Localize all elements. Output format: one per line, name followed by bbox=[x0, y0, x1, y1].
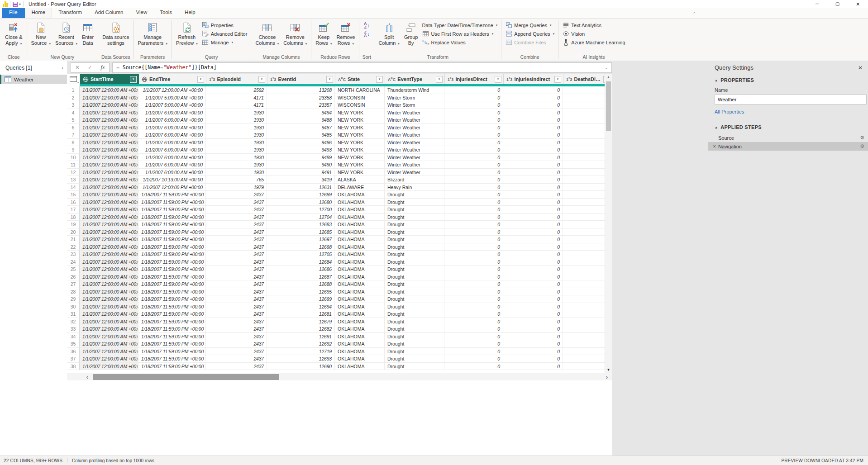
cell-injuriesdirect: 0 bbox=[444, 236, 503, 243]
remove-columns-button[interactable]: RemoveColumns ▾ bbox=[281, 19, 309, 48]
data-source-settings-button[interactable]: Data sourcesettings bbox=[100, 19, 131, 47]
sort-descending-button[interactable]: ZA↓ bbox=[361, 29, 372, 38]
scroll-up-icon[interactable]: ▲ bbox=[605, 75, 612, 79]
scroll-right-icon[interactable]: › bbox=[602, 374, 612, 380]
cell-episodeid: 1930 bbox=[206, 146, 267, 154]
menu-tab-home[interactable]: Home bbox=[25, 8, 52, 18]
close-button[interactable]: ✕ bbox=[848, 0, 868, 8]
filter-dropdown-injuriesdirect[interactable]: ▼ bbox=[495, 76, 501, 83]
close-query-settings-icon[interactable]: ✕ bbox=[858, 65, 863, 71]
manage-button[interactable]: Manage▾ bbox=[200, 38, 249, 47]
select-all-columns-button[interactable] bbox=[67, 74, 80, 84]
delete-step-icon[interactable]: ✕ bbox=[713, 144, 718, 149]
cell-injuriesindirect: 0 bbox=[503, 288, 563, 296]
cell-injuriesdirect: 0 bbox=[444, 228, 503, 236]
advanced-editor-button[interactable]: Advanced Editor bbox=[200, 29, 249, 38]
scroll-down-icon[interactable]: ▼ bbox=[605, 368, 612, 372]
applied-steps-section-label: APPLIED STEPS bbox=[720, 124, 762, 130]
manage-parameters-button[interactable]: ManageParameters ▾ bbox=[136, 19, 170, 48]
filter-dropdown-state[interactable]: ▼ bbox=[376, 76, 383, 83]
group-by-button[interactable]: GroupBy bbox=[402, 19, 420, 47]
merge-queries-button[interactable]: Merge Queries▾ bbox=[503, 21, 556, 29]
horizontal-scrollbar-thumb[interactable] bbox=[93, 374, 279, 380]
enter-data-button[interactable]: EnterData bbox=[80, 19, 96, 47]
sort-ascending-button[interactable]: AZ↓ bbox=[361, 21, 372, 29]
cell-injuriesindirect: 0 bbox=[503, 101, 563, 109]
column-header-episodeid[interactable]: 123EpisodeId▼ bbox=[206, 74, 267, 84]
recent-sources-button[interactable]: RecentSources ▾ bbox=[53, 19, 80, 48]
expand-formula-bar-icon[interactable]: ⌄ bbox=[601, 65, 611, 70]
quick-access-dropdown-icon[interactable]: ▾ bbox=[19, 2, 21, 6]
menu-tab-help[interactable]: Help bbox=[178, 8, 202, 18]
cell-eventid: 12686 bbox=[267, 266, 335, 273]
data-type-button[interactable]: Data Type: Date/Time/Timezone▾ bbox=[420, 21, 499, 29]
column-header-injuriesdirect[interactable]: 123InjuriesDirect▼ bbox=[445, 74, 504, 84]
cell-injuriesdirect: 0 bbox=[444, 288, 503, 296]
menu-tab-transform[interactable]: Transform bbox=[52, 8, 88, 18]
applied-step-source[interactable]: ✕Source⚙ bbox=[708, 133, 868, 142]
commit-formula-button[interactable]: ✓ bbox=[84, 64, 96, 71]
text-analytics-button[interactable]: Text Analytics bbox=[560, 21, 627, 29]
step-settings-gear-icon[interactable]: ⚙ bbox=[860, 135, 864, 141]
choose-columns-button[interactable]: ChooseColumns ▾ bbox=[253, 19, 281, 48]
column-header-injuriesindirect[interactable]: 123InjuriesIndirect▼ bbox=[504, 74, 563, 84]
cell-state: OKLAHOMA bbox=[335, 348, 385, 356]
vertical-scrollbar[interactable]: ▲ ▼ bbox=[605, 74, 612, 373]
menu-tab-tools[interactable]: Tools bbox=[153, 8, 178, 18]
column-profiling-status[interactable]: Column profiling based on top 1000 rows bbox=[72, 458, 154, 463]
close-and-apply-button[interactable]: Close &Apply ▾ bbox=[3, 19, 25, 48]
collapse-queries-pane-icon[interactable]: ‹ bbox=[62, 65, 63, 71]
query-item-weather[interactable]: Weather bbox=[0, 75, 67, 84]
collapse-properties-icon[interactable]: ▲ bbox=[715, 79, 718, 82]
append-queries-button[interactable]: Append Queries▾ bbox=[503, 29, 556, 38]
column-header-eventid[interactable]: 123EventId▼ bbox=[267, 74, 335, 84]
cell-endtime: 1/18/2007 11:59:00 PM +00:00 bbox=[138, 251, 206, 258]
horizontal-scrollbar[interactable]: ‹ › bbox=[67, 373, 612, 381]
column-header-eventtype[interactable]: ABCEventType▼ bbox=[385, 74, 445, 84]
step-settings-gear-icon[interactable]: ⚙ bbox=[860, 143, 864, 149]
filter-dropdown-endtime[interactable]: ▼ bbox=[197, 76, 204, 83]
cancel-formula-button[interactable]: ✕ bbox=[71, 64, 84, 71]
filter-dropdown-episodeid[interactable]: ▼ bbox=[258, 76, 265, 83]
column-header-state[interactable]: ABCState▼ bbox=[335, 74, 385, 84]
table-row: 251/1/2007 12:00:00 AM +00:001/18/2007 1… bbox=[67, 266, 612, 273]
maximize-button[interactable]: ▢ bbox=[827, 0, 848, 8]
column-header-endtime[interactable]: EndTime▼ bbox=[139, 74, 206, 84]
cell-endtime: 1/18/2007 11:59:00 PM +00:00 bbox=[138, 295, 206, 303]
filter-dropdown-injuriesindirect[interactable]: ▼ bbox=[554, 76, 561, 83]
fx-add-step-button[interactable]: fx bbox=[96, 63, 109, 71]
query-name-input[interactable] bbox=[715, 95, 867, 104]
new-source-button[interactable]: NewSource ▾ bbox=[29, 19, 53, 48]
all-properties-link[interactable]: All Properties bbox=[708, 104, 868, 114]
minimize-button[interactable]: ─ bbox=[807, 0, 827, 8]
menu-tab-add-column[interactable]: Add Column bbox=[88, 8, 129, 18]
save-icon[interactable] bbox=[13, 2, 18, 7]
cell-eventtype: Winter Storm bbox=[385, 94, 444, 102]
combine-files-button[interactable]: Combine Files bbox=[503, 38, 556, 47]
applied-step-navigation[interactable]: ✕Navigation⚙ bbox=[708, 142, 868, 151]
formula-input[interactable]: = Source{[Name="Weather"]}[Data] ⌄ bbox=[112, 62, 612, 73]
vertical-scrollbar-thumb[interactable] bbox=[606, 81, 611, 131]
vision-button[interactable]: Vision bbox=[560, 29, 627, 38]
cell-state: OKLAHOMA bbox=[335, 228, 385, 236]
remove-rows-button[interactable]: RemoveRows ▾ bbox=[334, 19, 357, 48]
collapse-applied-steps-icon[interactable]: ▲ bbox=[715, 126, 718, 129]
scroll-left-icon[interactable]: ‹ bbox=[82, 374, 92, 380]
filter-dropdown-eventid[interactable]: ▼ bbox=[326, 76, 333, 83]
table-row: 261/1/2007 12:00:00 AM +00:001/18/2007 1… bbox=[67, 273, 612, 281]
split-column-button[interactable]: SplitColumn ▾ bbox=[376, 19, 401, 48]
properties-button[interactable]: Properties bbox=[200, 21, 249, 29]
column-header-starttime[interactable]: StartTime▼ bbox=[80, 74, 139, 84]
replace-values-button[interactable]: 1↳2Replace Values bbox=[420, 38, 499, 47]
azure-machine-learning-button[interactable]: Azure Machine Learning bbox=[560, 38, 627, 47]
menu-tab-view[interactable]: View bbox=[130, 8, 154, 18]
refresh-preview-button[interactable]: RefreshPreview ▾ bbox=[174, 19, 200, 48]
menu-tab-file[interactable]: File bbox=[2, 8, 25, 18]
cell-endtime: 1/18/2007 11:59:00 PM +00:00 bbox=[138, 243, 206, 251]
collapse-ribbon-icon[interactable]: ⌃ bbox=[689, 10, 700, 18]
keep-rows-button[interactable]: KeepRows ▾ bbox=[313, 19, 334, 48]
filter-dropdown-starttime[interactable]: ▼ bbox=[130, 76, 137, 83]
use-first-row-as-headers-button[interactable]: Use First Row as Headers▾ bbox=[420, 29, 499, 38]
filter-dropdown-eventtype[interactable]: ▼ bbox=[436, 76, 443, 83]
cell-injuriesdirect: 0 bbox=[444, 161, 503, 169]
